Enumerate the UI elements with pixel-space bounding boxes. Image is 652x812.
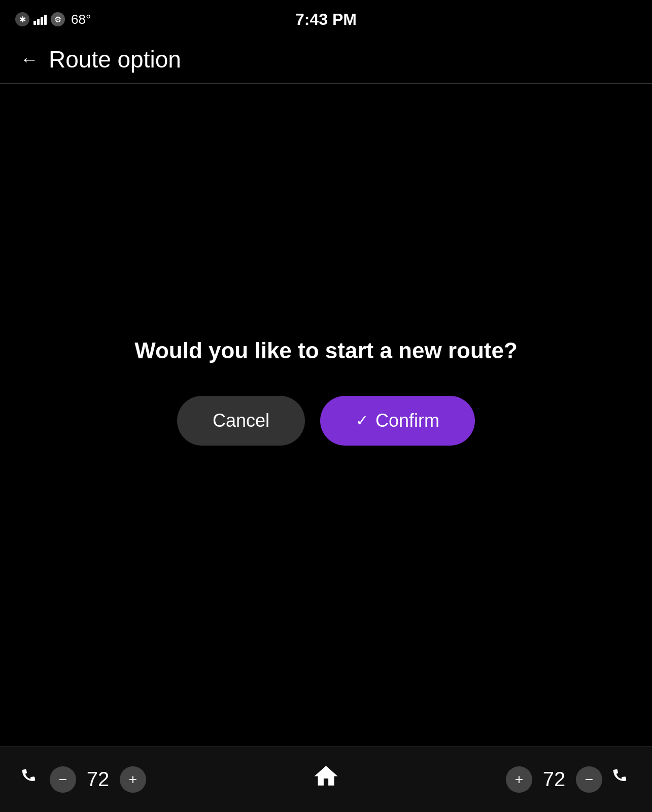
dialog-buttons: Cancel ✓ Confirm [177,396,475,446]
confirm-label: Confirm [375,410,439,431]
phone-left-icon [18,765,43,793]
cancel-button[interactable]: Cancel [177,396,305,446]
center-section [312,762,340,796]
right-count-display: 72 [541,768,567,791]
home-icon[interactable] [312,762,340,796]
status-left: ✱ ⚙ 68° [15,12,91,27]
status-bar: ✱ ⚙ 68° 7:43 PM [0,0,652,36]
signal-strength-icon [33,14,47,25]
bottom-bar: − 72 + + 72 − [0,746,652,812]
right-minus-button[interactable]: − [576,766,602,793]
main-content: Would you like to start a new route? Can… [0,36,652,746]
settings-icon: ⚙ [51,12,65,26]
checkmark-icon: ✓ [356,412,368,429]
left-minus-button[interactable]: − [50,766,76,793]
left-count-display: 72 [85,768,111,791]
bluetooth-icon: ✱ [15,12,29,26]
dialog-question: Would you like to start a new route? [104,336,548,365]
temperature-display: 68° [71,12,91,27]
status-icons: ✱ ⚙ [15,12,65,26]
phone-right-icon [609,765,634,793]
right-section: + 72 − [506,766,632,793]
left-plus-button[interactable]: + [120,766,146,793]
right-plus-button[interactable]: + [506,766,532,793]
confirm-button[interactable]: ✓ Confirm [320,396,475,446]
time-display: 7:43 PM [295,10,357,29]
left-section: − 72 + [20,766,146,793]
